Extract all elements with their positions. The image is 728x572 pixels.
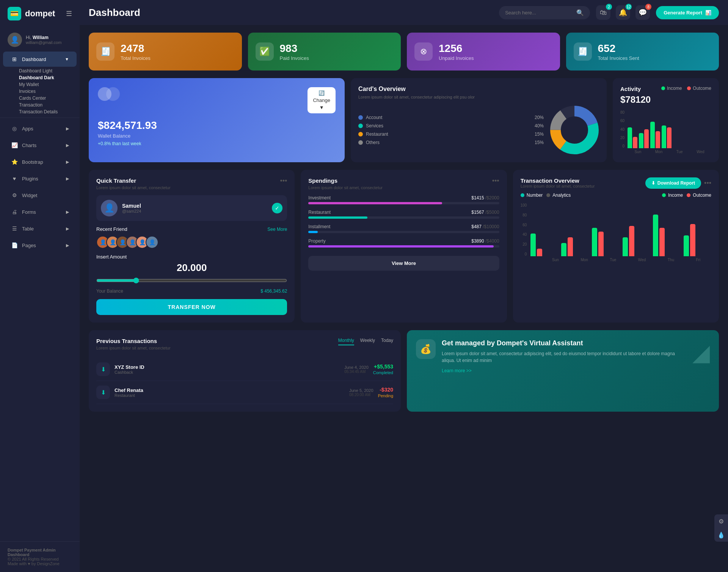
sidebar-item-apps[interactable]: ◎ Apps ▶: [3, 121, 77, 136]
tab-monthly[interactable]: Monthly: [338, 338, 354, 345]
paid-invoices-info: 983 Paid Invoices: [280, 42, 309, 61]
view-more-button[interactable]: View More: [308, 256, 499, 271]
bar-outcome-sun: [633, 137, 637, 148]
tx-row-info-2: Chef Renata Restaurant: [115, 387, 345, 398]
tx-bar-income-sun: [530, 234, 536, 256]
sidebar-item-plugins[interactable]: ♥ Plugins ▶: [3, 171, 77, 186]
sidebar-footer: Dompet Payment Admin Dashboard © 2021 Al…: [0, 541, 80, 572]
sidebar-sub-transaction-details[interactable]: Transaction Details: [0, 108, 80, 115]
charts-icon: 📈: [11, 141, 18, 149]
legend-pct-restaurant: 15%: [535, 132, 544, 137]
tx-bar-income-tue: [592, 228, 597, 256]
spending-amount-property: $3890 /$4000: [471, 238, 499, 244]
tx-x-labels: Sun Mon Tue Wed Thu Fri: [530, 258, 711, 262]
droplet-float-button[interactable]: 💧: [714, 528, 728, 542]
more-dots-tx[interactable]: •••: [704, 180, 711, 186]
tx-amount-col-1: +$5,553 Completed: [373, 364, 393, 375]
sidebar-item-bootstrap[interactable]: ⭐ Bootstrap ▶: [3, 154, 77, 169]
total-invoices-info: 2478 Total Invoices: [121, 42, 151, 61]
bar-bg-restaurant: [308, 216, 499, 219]
tab-today[interactable]: Today: [381, 338, 393, 345]
sidebar-item-charts[interactable]: 📈 Charts ▶: [3, 138, 77, 153]
middle-row: 🔄 Change ▼ $824,571.93 Wallet Balance +0…: [89, 78, 719, 162]
tx-bar-group-mon: [561, 237, 589, 256]
activity-chart: 806040200: [620, 110, 711, 154]
sidebar-item-table[interactable]: ☰ Table ▶: [3, 221, 77, 236]
sidebar-sub-invoices[interactable]: Invoices: [0, 88, 80, 95]
sidebar-item-label-apps: Apps: [22, 126, 33, 132]
bell-badge: 12: [626, 4, 632, 10]
tx-x-wed: Wed: [638, 258, 646, 262]
transfer-now-button[interactable]: TRANSFER NOW: [96, 299, 287, 315]
legend-dot-account: [358, 115, 363, 120]
sidebar-sub-cards-center[interactable]: Cards Center: [0, 95, 80, 102]
app-name: dompet: [25, 9, 55, 19]
va-decoration: ◢: [692, 339, 710, 366]
tx-bar-group-wed: [623, 226, 650, 256]
transaction-overview-panel: Transaction Overview Lorem ipsum dolor s…: [513, 170, 719, 323]
tx-income-outcome-filter: Income Outcome: [662, 193, 711, 198]
see-more-link[interactable]: See More: [267, 227, 287, 232]
pie-chart: [550, 105, 599, 155]
search-input[interactable]: [505, 10, 573, 16]
sidebar-sub-my-wallet[interactable]: My Wallet: [0, 81, 80, 88]
chart-bar-icon: 📊: [705, 10, 711, 16]
main-content: Dashboard 🔍 🛍 2 🔔 12 💬 8: [80, 0, 728, 572]
sidebar-item-pages[interactable]: 📄 Pages ▶: [3, 238, 77, 253]
tx-overview-header-left: Transaction Overview Lorem ipsum dolor s…: [521, 177, 595, 188]
prev-tx-desc: Lorem ipsum dolor sit amet, consectetur: [96, 346, 171, 350]
sidebar-item-widget[interactable]: ⚙ Widget: [3, 188, 77, 203]
tx-date-2: June 5, 2020 08:20:00 AM: [349, 388, 373, 397]
sidebar-sub-transaction[interactable]: Transaction: [0, 102, 80, 108]
download-report-label: Download Report: [657, 180, 695, 186]
download-report-button[interactable]: ⬇ Download Report: [645, 177, 701, 189]
bell-icon-btn[interactable]: 🔔 12: [616, 5, 630, 20]
va-learn-more-link[interactable]: Learn more >>: [442, 368, 472, 373]
chevron-right-icon6: ▶: [66, 226, 69, 231]
bar-income-sun: [628, 127, 632, 148]
chevron-right-icon4: ▶: [66, 176, 69, 181]
hamburger-icon[interactable]: ☰: [66, 9, 72, 18]
tx-x-tue: Tue: [610, 258, 616, 262]
chevron-right-icon: ▶: [66, 126, 69, 131]
spending-restaurant-header: Restaurant $1567 /$5000: [308, 210, 499, 215]
cards-overview-title: Card's Overview: [358, 86, 599, 92]
filter-number-label: Number: [527, 193, 543, 198]
tx-x-sun: Sun: [552, 258, 559, 262]
your-balance-value: $ 456,345.62: [260, 288, 287, 294]
sidebar-sub-dashboard-light[interactable]: Dashboard Light: [0, 67, 80, 74]
tx-status-2: Pending: [378, 393, 393, 398]
transfer-now-label: TRANSFER NOW: [168, 304, 216, 310]
more-dots-quick-transfer[interactable]: •••: [280, 177, 287, 184]
amount-slider[interactable]: [96, 277, 287, 284]
bar-outcome-mon: [644, 129, 649, 148]
search-icon[interactable]: 🔍: [576, 9, 584, 16]
more-dots-spendings[interactable]: •••: [492, 177, 499, 184]
person-avatar: 👤: [101, 200, 118, 216]
friend-avatar-6[interactable]: 👤: [146, 236, 158, 249]
va-content: Get managed by Dompet's Virtual Assistan…: [442, 339, 686, 373]
stat-card-total-sent: 🧾 652 Total Invoices Sent: [566, 33, 719, 71]
legend-restaurant: Restaurant 15%: [358, 132, 544, 137]
plugins-icon: ♥: [11, 175, 18, 182]
tx-name-1: XYZ Store ID: [115, 364, 340, 370]
income-legend: Income: [661, 86, 682, 91]
tx-bar-outcome-sun: [537, 249, 542, 256]
person-handle: @sam224: [122, 209, 141, 213]
activity-title: Activity: [620, 86, 641, 92]
activity-y-axis: 806040200: [620, 110, 626, 148]
activity-bars-area: Sun Mon Tue Wed: [628, 110, 711, 154]
paid-invoices-icon: ✅: [256, 42, 274, 61]
sidebar-item-dashboard[interactable]: ⊞ Dashboard ▼: [3, 52, 77, 67]
bag-icon-btn[interactable]: 🛍 2: [596, 5, 610, 20]
settings-float-button[interactable]: ⚙: [714, 514, 728, 528]
sidebar-item-label-table: Table: [22, 226, 34, 232]
activity-panel: Activity Income Outcome $78: [613, 78, 719, 162]
generate-report-button[interactable]: Generate Report 📊: [656, 6, 719, 19]
sidebar-item-forms[interactable]: 🖨 Forms ▶: [3, 204, 77, 219]
change-button[interactable]: 🔄 Change ▼: [308, 87, 336, 113]
tx-bar-outcome-mon: [568, 237, 573, 256]
tab-weekly[interactable]: Weekly: [360, 338, 375, 345]
chat-icon-btn[interactable]: 💬 8: [635, 5, 650, 20]
sidebar-sub-dashboard-dark[interactable]: Dashboard Dark: [0, 74, 80, 81]
